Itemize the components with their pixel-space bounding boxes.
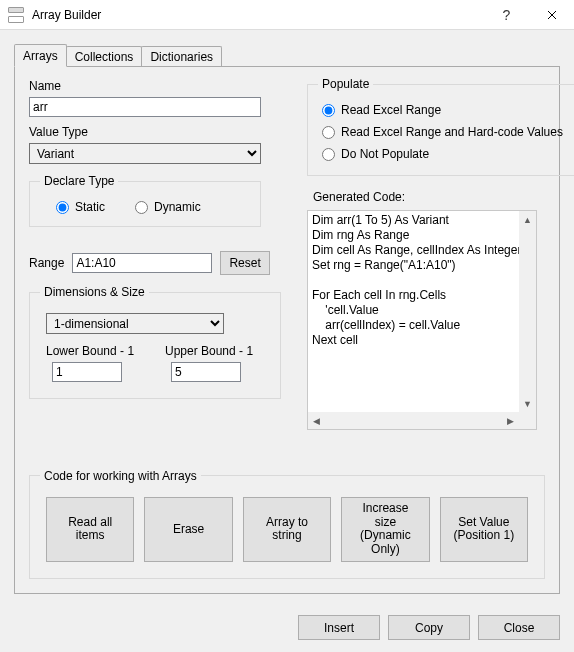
window-title: Array Builder xyxy=(32,8,484,22)
populate-none-radio-input[interactable] xyxy=(322,148,335,161)
declare-type-group: Declare Type Static Dynamic xyxy=(29,174,261,227)
set-value-l2: (Position 1) xyxy=(453,528,514,542)
value-type-label: Value Type xyxy=(29,125,287,139)
right-column: Populate Read Excel Range Read Excel Ran… xyxy=(307,77,537,430)
set-value-button[interactable]: Set Value (Position 1) xyxy=(440,497,528,562)
populate-legend: Populate xyxy=(318,77,373,91)
scroll-down-icon[interactable]: ▼ xyxy=(519,395,536,412)
value-type-select[interactable]: Variant xyxy=(29,143,261,164)
title-bar: Array Builder ? xyxy=(0,0,574,30)
erase-button[interactable]: Erase xyxy=(144,497,232,562)
populate-none-label: Do Not Populate xyxy=(341,147,429,161)
close-button[interactable]: Close xyxy=(478,615,560,640)
populate-none-radio[interactable]: Do Not Populate xyxy=(322,147,563,161)
tab-dictionaries[interactable]: Dictionaries xyxy=(141,46,222,67)
declare-static-radio[interactable]: Static xyxy=(56,200,105,214)
lower-bound-label: Lower Bound - 1 xyxy=(46,344,145,358)
declare-dynamic-radio[interactable]: Dynamic xyxy=(135,200,201,214)
populate-read-label: Read Excel Range xyxy=(341,103,441,117)
set-value-l1: Set Value xyxy=(458,515,509,529)
dimensions-mode-select[interactable]: 1-dimensional xyxy=(46,313,224,334)
generated-code-text[interactable]: Dim arr(1 To 5) As Variant Dim rng As Ra… xyxy=(308,211,536,429)
upper-bound-input[interactable] xyxy=(171,362,241,382)
populate-hard-label: Read Excel Range and Hard-code Values xyxy=(341,125,563,139)
tab-arrays[interactable]: Arrays xyxy=(14,44,67,67)
dimensions-group: Dimensions & Size 1-dimensional Lower Bo… xyxy=(29,285,281,399)
name-input[interactable] xyxy=(29,97,261,117)
code-group-fieldset: Code for working with Arrays Read all it… xyxy=(29,469,545,579)
declare-type-legend: Declare Type xyxy=(40,174,118,188)
scroll-left-icon[interactable]: ◀ xyxy=(308,412,325,429)
left-column: Name Value Type Variant Declare Type Sta… xyxy=(29,77,287,399)
increase-size-l1: Increase size xyxy=(362,501,408,529)
scroll-up-icon[interactable]: ▲ xyxy=(519,211,536,228)
tab-page-arrays: Name Value Type Variant Declare Type Sta… xyxy=(14,66,560,594)
footer-buttons: Insert Copy Close xyxy=(298,615,560,640)
copy-button[interactable]: Copy xyxy=(388,615,470,640)
generated-code-label: Generated Code: xyxy=(307,190,537,204)
array-to-string-button[interactable]: Array to string xyxy=(243,497,331,562)
scroll-right-icon[interactable]: ▶ xyxy=(502,412,519,429)
increase-size-button[interactable]: Increase size (Dynamic Only) xyxy=(341,497,429,562)
insert-button[interactable]: Insert xyxy=(298,615,380,640)
name-label: Name xyxy=(29,79,287,93)
range-input[interactable] xyxy=(72,253,212,273)
declare-dynamic-label: Dynamic xyxy=(154,200,201,214)
range-label: Range xyxy=(29,256,64,270)
tab-collections[interactable]: Collections xyxy=(66,46,143,67)
code-group: Code for working with Arrays Read all it… xyxy=(29,469,545,579)
reset-button[interactable]: Reset xyxy=(220,251,269,275)
window-close-button[interactable] xyxy=(529,0,574,30)
declare-static-radio-input[interactable] xyxy=(56,201,69,214)
populate-hard-radio[interactable]: Read Excel Range and Hard-code Values xyxy=(322,125,563,139)
scroll-corner xyxy=(519,412,536,429)
populate-hard-radio-input[interactable] xyxy=(322,126,335,139)
declare-static-label: Static xyxy=(75,200,105,214)
app-icon xyxy=(8,7,24,23)
horizontal-scrollbar[interactable]: ◀ ▶ xyxy=(308,412,519,429)
dimensions-legend: Dimensions & Size xyxy=(40,285,149,299)
code-group-legend: Code for working with Arrays xyxy=(40,469,201,483)
tab-strip: Arrays Collections Dictionaries xyxy=(14,44,560,66)
upper-bound-label: Upper Bound - 1 xyxy=(165,344,264,358)
close-icon xyxy=(547,10,557,20)
declare-dynamic-radio-input[interactable] xyxy=(135,201,148,214)
increase-size-l2: (Dynamic Only) xyxy=(360,528,411,556)
populate-read-radio-input[interactable] xyxy=(322,104,335,117)
generated-code-box: Dim arr(1 To 5) As Variant Dim rng As Ra… xyxy=(307,210,537,430)
client-area: Arrays Collections Dictionaries Name Val… xyxy=(0,30,574,652)
populate-group: Populate Read Excel Range Read Excel Ran… xyxy=(307,77,574,176)
lower-bound-input[interactable] xyxy=(52,362,122,382)
help-button[interactable]: ? xyxy=(484,0,529,30)
populate-read-radio[interactable]: Read Excel Range xyxy=(322,103,563,117)
read-all-button[interactable]: Read all items xyxy=(46,497,134,562)
vertical-scrollbar[interactable]: ▲ ▼ xyxy=(519,211,536,412)
